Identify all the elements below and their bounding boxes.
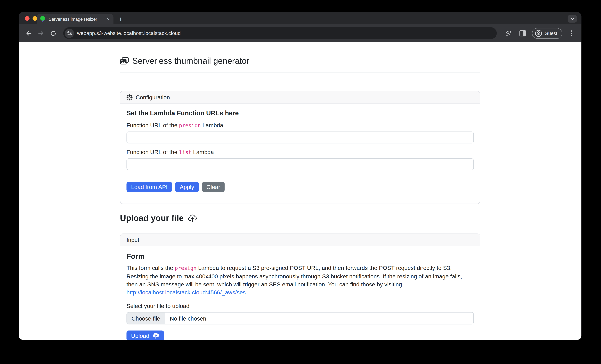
web-page: Serverless thumbnail generator — [19, 42, 581, 340]
energy-saver-icon[interactable] — [503, 28, 513, 39]
site-settings-icon[interactable] — [65, 29, 74, 38]
forward-button[interactable] — [36, 28, 46, 39]
form-description: This form calls the presign Lambda to re… — [126, 264, 474, 296]
list-code: list — [179, 149, 191, 155]
config-buttons: Load from API Apply Clear — [126, 182, 474, 192]
file-chosen-status: No file chosen — [165, 313, 211, 324]
cloud-upload-icon — [188, 213, 198, 223]
configuration-card-title: Configuration — [136, 94, 170, 101]
reload-button[interactable] — [48, 28, 59, 39]
input-card: Input Form This form calls the presign L… — [120, 233, 480, 340]
list-label-suffix: Lambda — [191, 149, 214, 155]
new-tab-button[interactable]: + — [119, 14, 122, 24]
images-icon — [120, 57, 129, 65]
config-heading: Set the Lambda Function URLs here — [126, 110, 474, 117]
list-url-label: Function URL of the list Lambda — [126, 149, 474, 155]
apply-button[interactable]: Apply — [175, 182, 199, 192]
upload-button-label: Upload — [131, 333, 150, 339]
profile-label: Guest — [544, 30, 557, 36]
input-card-body: Form This form calls the presign Lambda … — [120, 246, 480, 340]
page-title-text: Serverless thumbnail generator — [132, 56, 250, 66]
upload-heading-text: Upload your file — [120, 213, 184, 223]
upload-button-row: Upload — [126, 331, 474, 340]
presign-label-suffix: Lambda — [201, 122, 223, 128]
list-url-input[interactable] — [126, 158, 474, 170]
toolbar-right: Guest — [503, 28, 577, 39]
choose-file-button[interactable]: Choose file — [127, 313, 165, 324]
maximize-window-button[interactable] — [40, 16, 45, 21]
browser-window: Serverless image resizer × + — [19, 12, 581, 340]
profile-avatar-icon — [534, 30, 542, 37]
gear-icon — [126, 94, 133, 100]
ses-link[interactable]: http://localhost.localstack.cloud:4566/_… — [126, 289, 246, 296]
menu-kebab-icon[interactable] — [566, 28, 577, 39]
url-text[interactable]: webapp.s3-website.localhost.localstack.c… — [77, 30, 181, 36]
presign-label-prefix: Function URL of the — [126, 122, 179, 128]
back-button[interactable] — [23, 28, 34, 39]
close-window-button[interactable] — [25, 16, 30, 21]
upload-button[interactable]: Upload — [126, 331, 164, 340]
configuration-card-header: Configuration — [120, 91, 480, 104]
clear-button[interactable]: Clear — [202, 182, 225, 192]
tab-title: Serverless image resizer — [49, 17, 104, 21]
browser-tab[interactable]: Serverless image resizer × — [37, 14, 113, 24]
tab-close-icon[interactable]: × — [106, 16, 110, 22]
minimize-window-button[interactable] — [32, 16, 37, 21]
file-select-label: Select your file to upload — [126, 303, 474, 309]
desc-code: presign — [175, 265, 197, 271]
upload-section-heading: Upload your file — [120, 213, 480, 223]
address-bar[interactable]: webapp.s3-website.localhost.localstack.c… — [63, 27, 497, 39]
load-from-api-button[interactable]: Load from API — [126, 182, 172, 192]
configuration-card-body: Set the Lambda Function URLs here Functi… — [120, 104, 480, 204]
upload-divider — [120, 228, 480, 228]
browser-toolbar: webapp.s3-website.localhost.localstack.c… — [19, 24, 581, 42]
file-input[interactable]: Choose file No file chosen — [126, 312, 474, 324]
presign-code: presign — [179, 122, 201, 129]
form-heading: Form — [126, 252, 474, 261]
tab-strip: Serverless image resizer × + — [19, 12, 581, 24]
title-divider — [120, 72, 480, 72]
desc-part1: This form calls the — [126, 264, 175, 271]
tab-search-chevron-button[interactable] — [568, 15, 577, 23]
profile-button[interactable]: Guest — [532, 28, 562, 39]
cloud-upload-fill-icon — [152, 333, 159, 339]
configuration-card: Configuration Set the Lambda Function UR… — [120, 91, 480, 204]
presign-url-input[interactable] — [126, 131, 474, 143]
side-panel-icon[interactable] — [517, 28, 528, 39]
presign-url-label: Function URL of the presign Lambda — [126, 122, 474, 128]
window-controls — [25, 16, 45, 21]
input-card-header: Input — [120, 234, 480, 246]
input-card-title: Input — [126, 237, 139, 243]
screen: Serverless image resizer × + — [0, 0, 601, 364]
list-label-prefix: Function URL of the — [126, 149, 179, 155]
page-title: Serverless thumbnail generator — [120, 56, 480, 66]
